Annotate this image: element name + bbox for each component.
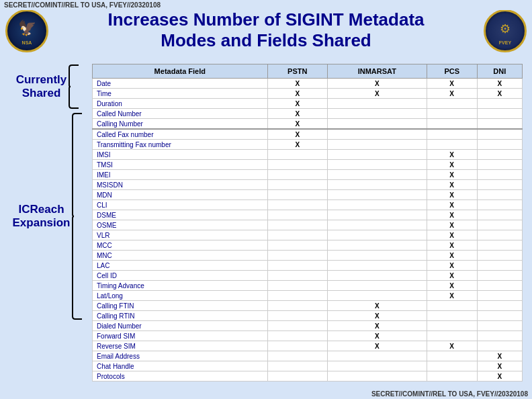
partner-icon: ⚙ [500, 21, 511, 36]
cell-pstn [267, 200, 327, 210]
cell-inmarsat [327, 371, 427, 382]
cell-dni [477, 311, 522, 321]
cell-pstn [267, 240, 327, 251]
col-header-pstn: PSTN [267, 64, 327, 79]
cell-dni [477, 99, 522, 109]
cell-field: Called Fax number [93, 129, 268, 140]
cell-field: Lat/Long [93, 291, 268, 301]
cell-pstn [267, 160, 327, 170]
metadata-table: Metadata Field PSTN INMARSAT PCS DNI Dat… [92, 64, 523, 382]
cell-pstn [267, 311, 327, 321]
table-row: Calling RTIN X [93, 311, 523, 321]
col-header-pcs: PCS [427, 64, 477, 79]
cell-dni: X [477, 89, 522, 99]
table-row: MDN X [93, 190, 523, 200]
cell-inmarsat [327, 251, 427, 261]
cell-pcs: X [427, 220, 477, 230]
table-row: Dialed Number X [93, 321, 523, 331]
cell-field: Calling FTIN [93, 301, 268, 311]
table-row: IMEI X [93, 170, 523, 180]
cell-inmarsat [327, 140, 427, 150]
cell-dni [477, 109, 522, 119]
cell-pcs [427, 129, 477, 140]
cell-pstn: X [267, 129, 327, 140]
cell-inmarsat [327, 180, 427, 190]
cell-pcs: X [427, 210, 477, 220]
table-row: Protocols X [93, 371, 523, 382]
cell-field: Protocols [93, 371, 268, 382]
cell-pstn [267, 351, 327, 361]
cell-pcs: X [427, 261, 477, 271]
table-row: MNC X [93, 251, 523, 261]
cell-pstn [267, 291, 327, 301]
cell-pcs [427, 109, 477, 119]
cell-inmarsat: X [327, 79, 427, 89]
nsa-logo-text: NSA [7, 40, 46, 45]
icreach-block: ICReachExpansion [13, 112, 84, 320]
cell-field: TMSI [93, 160, 268, 170]
cell-pstn [267, 371, 327, 382]
cell-field: Date [93, 79, 268, 89]
cell-field: Time [93, 89, 268, 99]
cell-pcs: X [427, 160, 477, 170]
cell-dni: X [477, 79, 522, 89]
cell-field: IMEI [93, 170, 268, 180]
cell-pcs [427, 331, 477, 341]
cell-dni [477, 261, 522, 271]
cell-dni [477, 251, 522, 261]
cell-dni: X [477, 371, 522, 382]
cell-dni [477, 170, 522, 180]
cell-pstn [267, 341, 327, 351]
cell-pstn [267, 361, 327, 371]
cell-inmarsat [327, 240, 427, 251]
cell-inmarsat: X [327, 341, 427, 351]
table-row: IMSI X [93, 150, 523, 160]
cell-pcs [427, 361, 477, 371]
cell-field: Chat Handle [93, 361, 268, 371]
icreach-bracket-icon [71, 112, 83, 320]
table-row: TMSI X [93, 160, 523, 170]
cell-inmarsat: X [327, 311, 427, 321]
cell-dni [477, 291, 522, 301]
cell-inmarsat [327, 210, 427, 220]
cell-field: Email Address [93, 351, 268, 361]
table-row: Reverse SIM X X [93, 341, 523, 351]
cell-inmarsat [327, 291, 427, 301]
cell-field: Reverse SIM [93, 341, 268, 351]
cell-pstn [267, 321, 327, 331]
cell-dni [477, 150, 522, 160]
cell-pcs [427, 351, 477, 361]
cell-pstn [267, 251, 327, 261]
cell-dni [477, 220, 522, 230]
cell-inmarsat: X [327, 301, 427, 311]
cell-pstn [267, 331, 327, 341]
cell-inmarsat [327, 271, 427, 281]
cell-dni: X [477, 361, 522, 371]
cell-dni [477, 160, 522, 170]
table-row: Transmitting Fax number X [93, 140, 523, 150]
cell-inmarsat [327, 150, 427, 160]
cell-inmarsat [327, 261, 427, 271]
bottom-classification-text: SECRET//COMINT//REL TO USA, FVEY//203201… [371, 390, 528, 398]
currently-shared-label: CurrentlyShared [16, 73, 67, 101]
eagle-icon: 🦅 [18, 19, 36, 37]
cell-pcs: X [427, 170, 477, 180]
cell-pcs: X [427, 200, 477, 210]
table-row: Calling Number X [93, 119, 523, 130]
header: 🦅 NSA Increases Number of SIGINT Metadat… [0, 9, 532, 51]
currently-shared-bracket-icon [68, 64, 80, 109]
cell-field: CLI [93, 200, 268, 210]
table-row: Called Number X [93, 109, 523, 119]
cell-pcs: X [427, 251, 477, 261]
cell-dni [477, 281, 522, 291]
cell-pstn: X [267, 140, 327, 150]
cell-field: MCC [93, 240, 268, 251]
title-line2: Modes and Fields Shared [54, 30, 478, 51]
partner-logo-right: ⚙ FVEY [484, 9, 527, 52]
table-row: VLR X [93, 230, 523, 240]
cell-pcs: X [427, 79, 477, 89]
cell-pcs [427, 119, 477, 130]
cell-pstn [267, 220, 327, 230]
table-row: MSISDN X [93, 180, 523, 190]
cell-field: Called Number [93, 109, 268, 119]
